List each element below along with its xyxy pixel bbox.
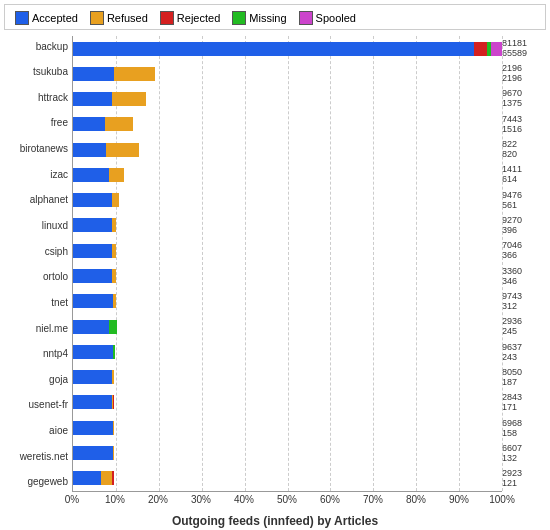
y-label-nntp4: nntp4	[4, 344, 72, 364]
bar-values-nntp4: 9637243	[502, 340, 546, 365]
val2-niel.me: 245	[502, 327, 546, 337]
bar-missing-nntp4	[113, 345, 115, 359]
legend-color-missing	[232, 11, 246, 25]
y-label-gegeweb: gegeweb	[4, 472, 72, 492]
bar-track-weretis.net	[73, 446, 502, 460]
bar-refused-ortolo	[112, 269, 116, 283]
legend-color-accepted	[15, 11, 29, 25]
bar-track-birotanews	[73, 143, 502, 157]
chart-container: AcceptedRefusedRejectedMissingSpooled ba…	[0, 0, 550, 530]
val2-httrack: 1375	[502, 99, 546, 109]
val2-backup: 65589	[502, 49, 546, 59]
val2-usenet-fr: 171	[502, 403, 546, 413]
bar-accepted-ortolo	[73, 269, 112, 283]
bar-track-gegeweb	[73, 471, 502, 485]
val2-free: 1516	[502, 125, 546, 135]
x-label-40%: 40%	[234, 494, 254, 505]
y-label-tnet: tnet	[4, 292, 72, 312]
bar-accepted-alphanet	[73, 193, 112, 207]
bar-accepted-backup	[73, 42, 474, 56]
bar-refused-birotanews	[106, 143, 139, 157]
bar-row-csiph	[73, 242, 502, 260]
bar-row-birotanews	[73, 141, 502, 159]
val2-nntp4: 243	[502, 353, 546, 363]
bar-missing-niel.me	[109, 320, 117, 334]
bar-accepted-niel.me	[73, 320, 109, 334]
bar-accepted-goja	[73, 370, 112, 384]
x-label-30%: 30%	[191, 494, 211, 505]
y-label-httrack: httrack	[4, 87, 72, 107]
legend-label-spooled: Spooled	[316, 12, 356, 24]
x-label-80%: 80%	[406, 494, 426, 505]
bar-row-gegeweb	[73, 469, 502, 487]
bar-values-weretis.net: 6607132	[502, 441, 546, 466]
bar-values-linuxd: 9270396	[502, 213, 546, 238]
legend-item-refused: Refused	[90, 11, 148, 25]
bar-values-alphanet: 9476561	[502, 188, 546, 213]
bar-track-niel.me	[73, 320, 502, 334]
legend-item-missing: Missing	[232, 11, 286, 25]
val2-linuxd: 396	[502, 226, 546, 236]
bar-row-ortolo	[73, 267, 502, 285]
bar-values-goja: 8050187	[502, 365, 546, 390]
bar-values-aioe: 6968158	[502, 416, 546, 441]
y-label-free: free	[4, 113, 72, 133]
y-label-aioe: aioe	[4, 421, 72, 441]
bar-values-birotanews: 822820	[502, 137, 546, 162]
val2-ortolo: 346	[502, 277, 546, 287]
bar-refused-linuxd	[112, 218, 117, 232]
bar-values-usenet-fr: 2843171	[502, 391, 546, 416]
bar-accepted-linuxd	[73, 218, 112, 232]
bar-refused-httrack	[112, 92, 146, 106]
y-label-birotanews: birotanews	[4, 139, 72, 159]
bar-values-csiph: 7046366	[502, 239, 546, 264]
bar-refused-izac	[109, 168, 124, 182]
x-label-90%: 90%	[449, 494, 469, 505]
y-label-ortolo: ortolo	[4, 267, 72, 287]
bar-refused-tsukuba	[114, 67, 155, 81]
bar-accepted-usenet-fr	[73, 395, 112, 409]
val2-birotanews: 820	[502, 150, 546, 160]
y-label-weretis.net: weretis.net	[4, 446, 72, 466]
legend-color-rejected	[160, 11, 174, 25]
x-label-100%: 100%	[489, 494, 515, 505]
val2-izac: 614	[502, 175, 546, 185]
bar-values-izac: 1411614	[502, 163, 546, 188]
bar-row-aioe	[73, 419, 502, 437]
bar-values-ortolo: 3360346	[502, 264, 546, 289]
bar-refused-csiph	[112, 244, 115, 258]
x-label-10%: 10%	[105, 494, 125, 505]
bar-row-free	[73, 115, 502, 133]
bar-track-alphanet	[73, 193, 502, 207]
bar-row-tnet	[73, 292, 502, 310]
bar-accepted-aioe	[73, 421, 113, 435]
y-label-backup: backup	[4, 36, 72, 56]
val2-tnet: 312	[502, 302, 546, 312]
bar-track-httrack	[73, 92, 502, 106]
y-label-goja: goja	[4, 369, 72, 389]
bar-rejected-gegeweb	[112, 471, 114, 485]
x-label-50%: 50%	[277, 494, 297, 505]
bar-track-csiph	[73, 244, 502, 258]
legend-item-accepted: Accepted	[15, 11, 78, 25]
bar-accepted-nntp4	[73, 345, 113, 359]
x-label-0%: 0%	[65, 494, 79, 505]
bar-spooled-backup	[491, 42, 502, 56]
bar-accepted-free	[73, 117, 105, 131]
bar-accepted-gegeweb	[73, 471, 101, 485]
y-label-niel.me: niel.me	[4, 318, 72, 338]
bar-rows	[73, 36, 502, 491]
bar-values-tnet: 9743312	[502, 289, 546, 314]
bar-track-linuxd	[73, 218, 502, 232]
bar-refused-free	[105, 117, 133, 131]
bar-row-usenet-fr	[73, 393, 502, 411]
legend: AcceptedRefusedRejectedMissingSpooled	[4, 4, 546, 30]
legend-label-rejected: Rejected	[177, 12, 220, 24]
bar-track-tnet	[73, 294, 502, 308]
bar-row-nntp4	[73, 343, 502, 361]
bar-accepted-tnet	[73, 294, 113, 308]
bars-area	[72, 36, 502, 492]
legend-item-rejected: Rejected	[160, 11, 220, 25]
bar-accepted-weretis.net	[73, 446, 113, 460]
bar-values-niel.me: 2936245	[502, 315, 546, 340]
